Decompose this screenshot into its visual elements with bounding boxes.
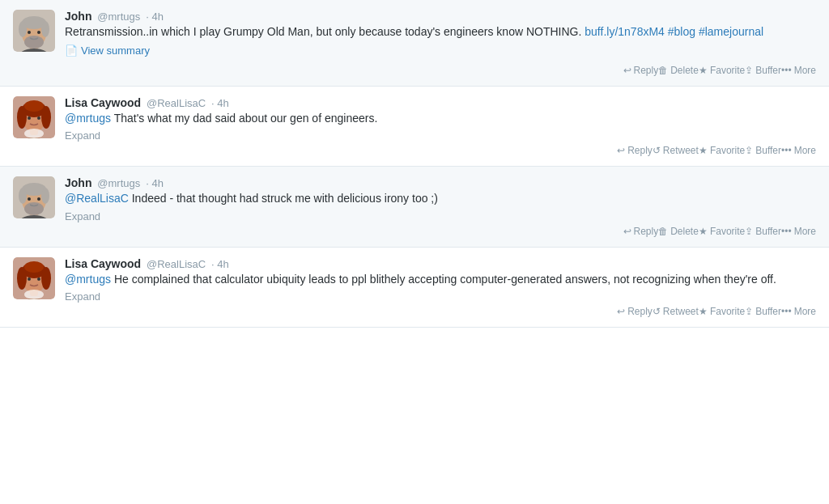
tweet-time: · 4h xyxy=(211,258,229,270)
favorite-button[interactable]: ★Favorite xyxy=(699,226,745,237)
tweet-header: John @mrtugs · 4h xyxy=(65,10,816,23)
user-name[interactable]: John xyxy=(65,10,91,23)
more-button[interactable]: •••More xyxy=(781,65,816,76)
avatar xyxy=(13,96,55,138)
expand-link[interactable]: Expand xyxy=(65,290,816,303)
user-name[interactable]: Lisa Caywood xyxy=(65,96,141,109)
star-icon: ★ xyxy=(699,65,708,76)
ellipsis-icon: ••• xyxy=(781,306,792,317)
more-button[interactable]: •••More xyxy=(781,226,816,237)
tweet-header: Lisa Caywood @RealLisaC · 4h xyxy=(65,257,816,270)
buffer-button[interactable]: ⇪Buffer xyxy=(745,226,781,237)
tweet-item: John @mrtugs · 4h Retransmission..in whi… xyxy=(0,0,829,87)
buffer-button[interactable]: ⇪Buffer xyxy=(745,65,781,76)
delete-button[interactable]: 🗑Delete xyxy=(658,65,699,76)
tweet-text: @RealLisaC Indeed - that thought had str… xyxy=(65,191,816,207)
reply-icon: ↩ xyxy=(623,65,631,76)
reply-button[interactable]: ↩Reply xyxy=(623,226,659,237)
avatar xyxy=(13,10,55,52)
tweet-item: John @mrtugs · 4h @RealLisaC Indeed - th… xyxy=(0,167,829,248)
view-summary-link[interactable]: 📄View summary xyxy=(65,44,150,57)
more-button[interactable]: •••More xyxy=(781,145,816,156)
buffer-button[interactable]: ⇪Buffer xyxy=(745,306,781,317)
tweet-body: Lisa Caywood @RealLisaC · 4h @mrtugs Tha… xyxy=(65,96,816,157)
mention-link[interactable]: @mrtugs xyxy=(65,112,111,125)
mention-link[interactable]: @mrtugs xyxy=(65,273,111,286)
tweet-actions: ↩Reply 🗑Delete ★Favorite ⇪Buffer •••More xyxy=(65,226,816,237)
reply-icon: ↩ xyxy=(623,226,631,237)
tweet-time: · 4h xyxy=(211,97,229,109)
retweet-icon: ↺ xyxy=(653,306,661,317)
star-icon: ★ xyxy=(699,306,708,317)
ellipsis-icon: ••• xyxy=(781,145,792,156)
hashtag[interactable]: #blog xyxy=(668,25,695,38)
user-handle[interactable]: @RealLisaC xyxy=(147,258,206,270)
ellipsis-icon: ••• xyxy=(781,226,792,237)
tweet-actions: ↩Reply 🗑Delete ★Favorite ⇪Buffer •••More xyxy=(65,65,816,76)
reply-button[interactable]: ↩Reply xyxy=(617,306,653,317)
expand-link[interactable]: Expand xyxy=(65,210,816,222)
reply-icon: ↩ xyxy=(617,145,625,156)
reply-button[interactable]: ↩Reply xyxy=(623,65,659,76)
favorite-button[interactable]: ★Favorite xyxy=(699,145,745,156)
tweet-body: Lisa Caywood @RealLisaC · 4h @mrtugs He … xyxy=(65,257,816,318)
star-icon: ★ xyxy=(699,226,708,237)
tweet-actions: ↩Reply ↺Retweet ★Favorite ⇪Buffer •••Mor… xyxy=(65,306,816,317)
user-handle[interactable]: @RealLisaC xyxy=(147,97,206,109)
tweet-item: Lisa Caywood @RealLisaC · 4h @mrtugs He … xyxy=(0,248,829,328)
more-button[interactable]: •••More xyxy=(781,306,816,317)
expand-link[interactable]: Expand xyxy=(65,129,816,142)
tweet-link[interactable]: buff.ly/1n78xM4 xyxy=(585,25,665,38)
reply-icon: ↩ xyxy=(617,306,625,317)
buffer-button[interactable]: ⇪Buffer xyxy=(745,145,781,156)
user-handle[interactable]: @mrtugs xyxy=(97,177,140,189)
tweet-item: Lisa Caywood @RealLisaC · 4h @mrtugs Tha… xyxy=(0,87,829,167)
trash-icon: 🗑 xyxy=(658,226,668,237)
retweet-icon: ↺ xyxy=(653,145,661,156)
buffer-icon: ⇪ xyxy=(745,226,753,237)
tweet-text: Retransmission..in which I play Grumpy O… xyxy=(65,24,816,40)
tweet-text: @mrtugs He complained that calculator ub… xyxy=(65,272,816,288)
ellipsis-icon: ••• xyxy=(781,65,792,76)
user-name[interactable]: John xyxy=(65,176,91,189)
document-icon: 📄 xyxy=(65,44,78,57)
tweet-body: John @mrtugs · 4h Retransmission..in whi… xyxy=(65,10,816,76)
tweets-container: John @mrtugs · 4h Retransmission..in whi… xyxy=(0,0,829,328)
avatar xyxy=(13,257,55,299)
favorite-button[interactable]: ★Favorite xyxy=(699,65,745,76)
user-handle[interactable]: @mrtugs xyxy=(97,11,140,23)
tweet-actions: ↩Reply ↺Retweet ★Favorite ⇪Buffer •••Mor… xyxy=(65,145,816,156)
star-icon: ★ xyxy=(699,145,708,156)
tweet-time: · 4h xyxy=(146,11,164,23)
tweet-time: · 4h xyxy=(146,177,164,189)
mention-link[interactable]: @RealLisaC xyxy=(65,192,129,205)
retweet-button[interactable]: ↺Retweet xyxy=(653,306,699,317)
buffer-icon: ⇪ xyxy=(745,65,753,76)
tweet-header: John @mrtugs · 4h xyxy=(65,176,816,189)
delete-button[interactable]: 🗑Delete xyxy=(658,226,699,237)
user-name[interactable]: Lisa Caywood xyxy=(65,257,141,270)
retweet-button[interactable]: ↺Retweet xyxy=(653,145,699,156)
favorite-button[interactable]: ★Favorite xyxy=(699,306,745,317)
avatar xyxy=(13,176,55,218)
buffer-icon: ⇪ xyxy=(745,145,753,156)
buffer-icon: ⇪ xyxy=(745,306,753,317)
tweet-header: Lisa Caywood @RealLisaC · 4h xyxy=(65,96,816,109)
tweet-body: John @mrtugs · 4h @RealLisaC Indeed - th… xyxy=(65,176,816,237)
tweet-text: @mrtugs That's what my dad said about ou… xyxy=(65,111,816,127)
reply-button[interactable]: ↩Reply xyxy=(617,145,653,156)
trash-icon: 🗑 xyxy=(658,65,668,76)
hashtag[interactable]: #lamejournal xyxy=(699,25,763,38)
